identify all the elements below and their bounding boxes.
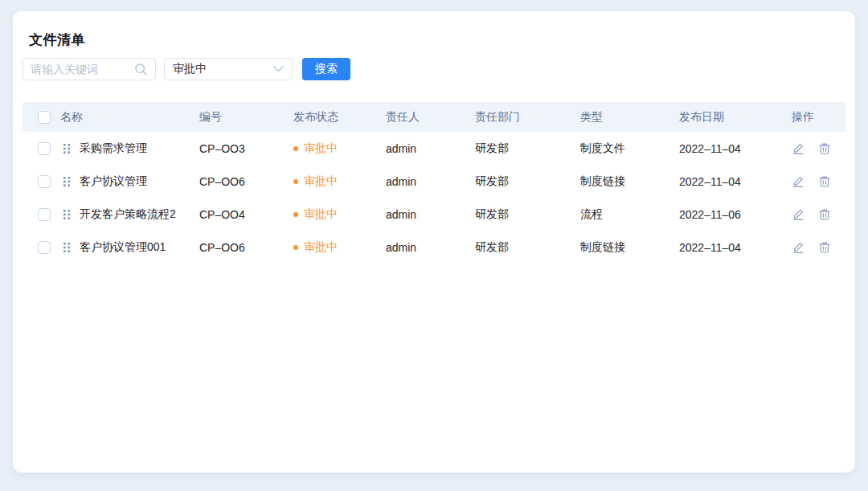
table-header-row: 名称 编号 发布状态 责任人 责任部门 类型 发布日期 操作 (23, 102, 845, 132)
drag-handle-icon[interactable] (63, 209, 71, 220)
toolbar: 审批中 搜索 (23, 58, 350, 80)
status-text: 审批中 (304, 141, 338, 156)
delete-button[interactable] (818, 142, 831, 155)
edit-button[interactable] (792, 142, 805, 155)
file-dept: 研发部 (475, 240, 580, 255)
file-name: 开发客户策略流程2 (80, 207, 176, 222)
status-badge: 审批中 (293, 240, 386, 255)
status-badge: 审批中 (293, 174, 386, 189)
drag-handle-icon[interactable] (63, 176, 71, 187)
table-row: 客户协议管理 CP–OO6 审批中 admin 研发部 制度链接 2022–11… (23, 166, 845, 198)
keyword-search-box (23, 58, 156, 80)
column-header-dept: 责任部门 (475, 110, 580, 125)
file-name: 客户协议管理 (80, 174, 147, 189)
file-date: 2022–11–04 (679, 142, 792, 155)
file-type: 制度链接 (580, 174, 679, 189)
file-type: 制度文件 (580, 141, 679, 156)
file-owner: admin (386, 241, 475, 254)
file-owner: admin (386, 175, 475, 188)
status-filter-value: 审批中 (173, 62, 207, 76)
file-type: 制度链接 (580, 240, 679, 255)
file-owner: admin (386, 208, 475, 221)
file-code: CP–OO6 (199, 175, 293, 188)
status-badge: 审批中 (293, 141, 386, 156)
status-dot-icon (293, 212, 298, 217)
table-row: 采购需求管理 CP–OO3 审批中 admin 研发部 制度文件 2022–11… (23, 133, 845, 165)
file-date: 2022–11–06 (679, 208, 792, 221)
file-date: 2022–11–04 (679, 175, 792, 188)
table-row: 客户协议管理001 CP–OO6 审批中 admin 研发部 制度链接 2022… (23, 231, 845, 264)
status-dot-icon (293, 146, 298, 151)
file-dept: 研发部 (475, 141, 580, 156)
status-text: 审批中 (304, 240, 338, 255)
edit-button[interactable] (792, 241, 805, 254)
column-header-status: 发布状态 (293, 110, 386, 125)
file-owner: admin (386, 142, 475, 155)
status-badge: 审批中 (293, 207, 386, 222)
select-all-checkbox[interactable] (38, 111, 51, 124)
column-header-type: 类型 (580, 110, 679, 125)
file-code: CP–OO3 (199, 142, 293, 155)
file-list-panel: 文件清单 审批中 搜索 名称 (13, 11, 855, 473)
column-header-ops: 操作 (792, 110, 845, 125)
table-body: 采购需求管理 CP–OO3 审批中 admin 研发部 制度文件 2022–11… (23, 133, 845, 264)
file-type: 流程 (580, 207, 679, 222)
column-header-name: 名称 (60, 110, 199, 125)
edit-button[interactable] (792, 175, 805, 188)
file-dept: 研发部 (475, 174, 580, 189)
edit-pencil-icon (792, 241, 805, 254)
drag-handle-icon[interactable] (63, 242, 71, 253)
file-table: 名称 编号 发布状态 责任人 责任部门 类型 发布日期 操作 (23, 102, 845, 264)
trash-icon (818, 175, 831, 188)
search-input[interactable] (31, 63, 134, 76)
column-header-date: 发布日期 (679, 110, 792, 125)
status-filter-select[interactable]: 审批中 (164, 58, 293, 80)
edit-button[interactable] (792, 208, 805, 221)
file-code: CP–OO6 (199, 241, 293, 254)
delete-button[interactable] (818, 241, 831, 254)
row-checkbox[interactable] (38, 208, 51, 221)
file-name: 采购需求管理 (80, 141, 147, 156)
edit-pencil-icon (792, 175, 805, 188)
file-dept: 研发部 (475, 207, 580, 222)
row-checkbox[interactable] (38, 241, 51, 254)
edit-pencil-icon (792, 142, 805, 155)
status-text: 审批中 (304, 174, 338, 189)
status-dot-icon (293, 179, 298, 184)
file-date: 2022–11–04 (679, 241, 792, 254)
column-header-owner: 责任人 (386, 110, 475, 125)
table-row: 开发客户策略流程2 CP–OO4 审批中 admin 研发部 流程 2022–1… (23, 198, 845, 231)
status-dot-icon (293, 245, 298, 250)
drag-handle-icon[interactable] (63, 143, 71, 154)
trash-icon (818, 241, 831, 254)
status-text: 审批中 (304, 207, 338, 222)
search-button[interactable]: 搜索 (302, 58, 350, 80)
row-checkbox[interactable] (38, 142, 51, 155)
search-icon (134, 63, 148, 76)
trash-icon (818, 142, 831, 155)
row-checkbox[interactable] (38, 175, 51, 188)
file-name: 客户协议管理001 (80, 240, 166, 255)
delete-button[interactable] (818, 175, 831, 188)
trash-icon (818, 208, 831, 221)
file-code: CP–OO4 (199, 208, 293, 221)
edit-pencil-icon (792, 208, 805, 221)
column-header-code: 编号 (199, 110, 293, 125)
delete-button[interactable] (818, 208, 831, 221)
page-title: 文件清单 (29, 31, 85, 49)
chevron-down-icon (273, 66, 284, 72)
